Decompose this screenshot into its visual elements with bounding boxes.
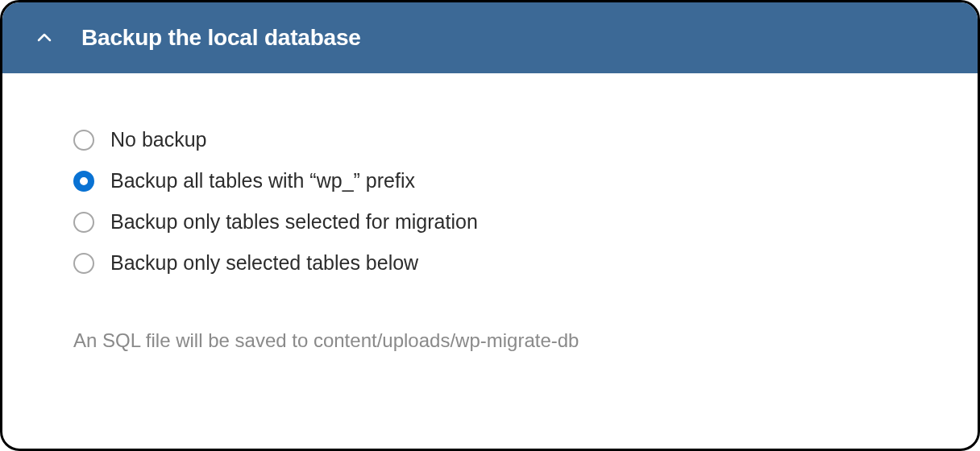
- backup-note: An SQL file will be saved to content/upl…: [73, 329, 907, 352]
- radio-label: Backup only tables selected for migratio…: [110, 210, 478, 234]
- chevron-up-icon: [35, 28, 54, 48]
- radio-label: Backup all tables with “wp_” prefix: [110, 169, 415, 192]
- option-backup-migration[interactable]: Backup only tables selected for migratio…: [73, 210, 907, 234]
- option-backup-prefix[interactable]: Backup all tables with “wp_” prefix: [73, 169, 907, 192]
- option-backup-selected[interactable]: Backup only selected tables below: [73, 251, 907, 275]
- radio-icon-selected: [73, 171, 94, 192]
- radio-icon: [73, 253, 94, 274]
- panel-title: Backup the local database: [81, 25, 361, 51]
- radio-label: No backup: [110, 128, 207, 151]
- panel-body: No backup Backup all tables with “wp_” p…: [2, 73, 978, 352]
- option-no-backup[interactable]: No backup: [73, 128, 907, 151]
- radio-icon: [73, 212, 94, 233]
- backup-panel: Backup the local database No backup Back…: [0, 0, 980, 451]
- radio-icon: [73, 130, 94, 151]
- panel-header[interactable]: Backup the local database: [2, 2, 978, 73]
- radio-label: Backup only selected tables below: [110, 251, 418, 275]
- backup-options-group: No backup Backup all tables with “wp_” p…: [73, 128, 907, 275]
